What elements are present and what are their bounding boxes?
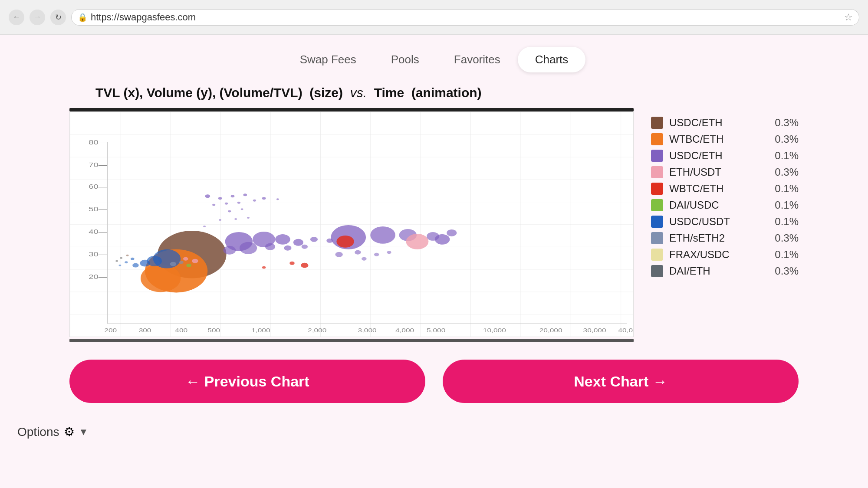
legend-label-8: FRAX/USDC — [669, 249, 766, 261]
svg-point-56 — [253, 200, 256, 202]
legend-pct-9: 0.3% — [773, 265, 799, 277]
legend-label-2: USDC/ETH — [669, 150, 766, 162]
svg-point-41 — [336, 236, 354, 248]
lock-icon: 🔒 — [78, 13, 87, 22]
legend-swatch-6 — [651, 216, 663, 228]
svg-point-78 — [362, 257, 367, 261]
legend-label-5: DAI/USDC — [669, 199, 766, 211]
svg-point-33 — [265, 243, 275, 250]
svg-point-69 — [186, 264, 191, 267]
svg-point-61 — [219, 219, 221, 221]
svg-point-53 — [212, 204, 215, 206]
svg-point-31 — [240, 242, 257, 254]
svg-point-58 — [276, 198, 279, 200]
legend-label-0: USDC/ETH — [669, 117, 766, 129]
svg-text:10,000: 10,000 — [483, 328, 506, 334]
tab-swap-fees[interactable]: Swap Fees — [283, 47, 374, 72]
url-text: https://swapgasfees.com — [91, 12, 196, 23]
legend-label-6: USDC/USDT — [669, 216, 766, 228]
legend-swatch-9 — [651, 265, 663, 277]
svg-point-76 — [335, 252, 343, 257]
svg-point-63 — [247, 217, 250, 219]
forward-button[interactable]: → — [30, 10, 45, 25]
legend-item-3: ETH/USDT 0.3% — [651, 166, 799, 178]
legend-item-1: WTBC/ETH 0.3% — [651, 133, 799, 145]
reload-button[interactable]: ↻ — [50, 10, 66, 25]
svg-point-44 — [262, 266, 266, 269]
tab-charts[interactable]: Charts — [518, 47, 586, 72]
svg-point-40 — [447, 229, 457, 236]
svg-text:20,000: 20,000 — [539, 328, 562, 334]
svg-point-43 — [289, 262, 295, 265]
legend-pct-0: 0.3% — [773, 117, 799, 129]
svg-point-68 — [179, 261, 184, 264]
svg-point-59 — [228, 210, 231, 213]
legend-item-8: FRAX/USDC 0.1% — [651, 249, 799, 261]
page-content: Swap Fees Pools Favorites Charts TVL (x)… — [0, 35, 868, 488]
svg-point-54 — [225, 203, 228, 205]
legend-item-5: DAI/USDC 0.1% — [651, 199, 799, 211]
svg-point-28 — [293, 239, 303, 246]
svg-point-47 — [140, 260, 150, 267]
legend-swatch-1 — [651, 133, 663, 145]
back-button[interactable]: ← — [9, 10, 24, 25]
legend-label-1: WTBC/ETH — [669, 133, 766, 145]
svg-point-81 — [406, 234, 428, 249]
svg-point-24 — [141, 265, 181, 292]
svg-text:500: 500 — [207, 328, 220, 334]
chart-title: TVL (x), Volume (y), (Volume/TVL) (size)… — [0, 81, 868, 108]
svg-text:80—: 80— — [89, 139, 107, 146]
options-label: Options — [17, 425, 59, 439]
chevron-down-icon[interactable]: ▼ — [79, 426, 89, 438]
svg-text:30,000: 30,000 — [583, 328, 606, 334]
legend-swatch-3 — [651, 166, 663, 178]
options-bar: Options ⚙ ▼ — [0, 420, 868, 452]
legend-pct-7: 0.3% — [773, 232, 799, 244]
legend-item-0: USDC/ETH 0.3% — [651, 117, 799, 129]
svg-text:1,000: 1,000 — [251, 328, 270, 334]
address-bar[interactable]: 🔒 https://swapgasfees.com ☆ — [71, 9, 859, 26]
legend-swatch-7 — [651, 232, 663, 244]
bookmark-button[interactable]: ☆ — [844, 12, 853, 23]
svg-point-67 — [170, 262, 176, 266]
gear-icon[interactable]: ⚙ — [64, 425, 75, 439]
chart-svg: 80— 70— 60— 50— 40— 30— 20— 200 300 400 … — [69, 111, 634, 337]
browser-chrome: ← → ↻ 🔒 https://swapgasfees.com ☆ — [0, 0, 868, 35]
nav-tabs: Swap Fees Pools Favorites Charts — [0, 35, 868, 81]
svg-text:50—: 50— — [89, 206, 107, 213]
svg-text:30—: 30— — [89, 251, 107, 258]
svg-point-51 — [231, 195, 235, 197]
svg-point-62 — [234, 218, 237, 220]
legend-pct-2: 0.1% — [773, 150, 799, 162]
svg-text:40,000 t: 40,000 t — [618, 328, 634, 334]
legend-pct-4: 0.1% — [773, 183, 799, 195]
svg-point-34 — [284, 246, 291, 251]
legend-item-7: ETH/sETH2 0.3% — [651, 232, 799, 244]
svg-point-70 — [131, 258, 135, 260]
svg-point-71 — [125, 261, 128, 263]
svg-point-73 — [115, 260, 118, 262]
next-chart-button[interactable]: Next Chart → — [443, 360, 799, 403]
prev-chart-button[interactable]: ← Previous Chart — [69, 360, 425, 403]
svg-point-65 — [192, 259, 198, 263]
svg-point-37 — [370, 226, 395, 244]
svg-point-77 — [355, 250, 361, 255]
chart-container: 80— 70— 60— 50— 40— 30— 20— 200 300 400 … — [0, 108, 868, 342]
chart-bottom-bar — [69, 339, 634, 342]
svg-point-72 — [118, 265, 121, 266]
legend-swatch-0 — [651, 117, 663, 129]
svg-point-50 — [218, 197, 222, 200]
legend-pct-5: 0.1% — [773, 199, 799, 211]
svg-text:20—: 20— — [89, 273, 107, 280]
legend-label-9: DAI/ETH — [669, 265, 766, 277]
svg-point-60 — [241, 208, 243, 210]
legend-pct-8: 0.1% — [773, 249, 799, 261]
tab-favorites[interactable]: Favorites — [437, 47, 518, 72]
svg-point-75 — [126, 255, 129, 256]
svg-text:3,000: 3,000 — [358, 328, 376, 334]
chart-top-bar — [69, 108, 634, 111]
svg-point-74 — [120, 257, 122, 259]
svg-text:70—: 70— — [89, 161, 107, 168]
svg-text:5,000: 5,000 — [427, 328, 445, 334]
tab-pools[interactable]: Pools — [374, 47, 437, 72]
